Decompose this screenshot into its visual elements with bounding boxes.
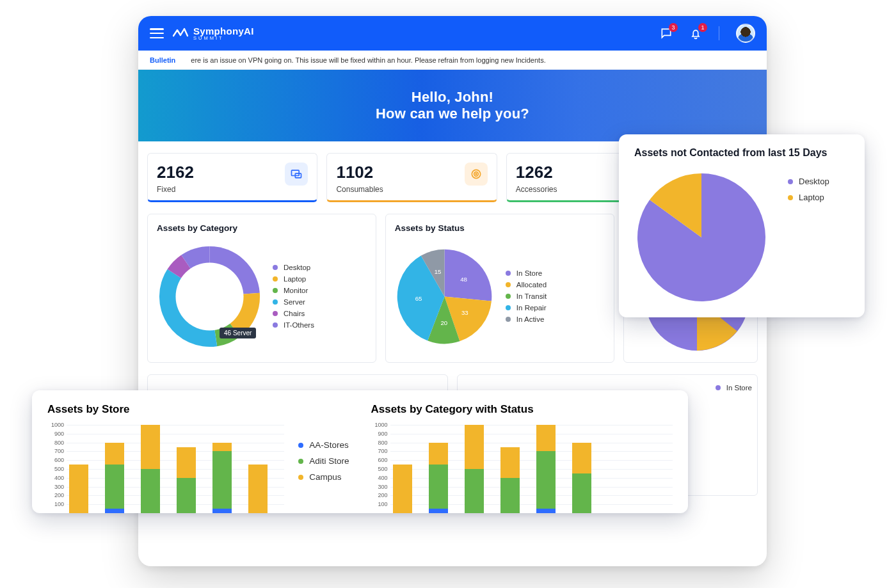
svg-point-4 [476, 173, 477, 175]
menu-icon[interactable] [150, 28, 164, 38]
kpi-label: Consumables [336, 185, 383, 194]
chart-tooltip: 46 Server [220, 328, 256, 338]
svg-point-5 [175, 262, 243, 330]
bar-chart-store[interactable]: 1002003004005006007008009001000 [47, 425, 284, 513]
header-divider [719, 26, 719, 40]
card-title: Assets not Contacted from last 15 Days [634, 147, 849, 159]
legend-item[interactable]: Laptop [273, 275, 314, 283]
svg-text:15: 15 [435, 267, 442, 274]
panel-title: Assets by Status [395, 223, 605, 233]
card-bar-charts: Assets by Store 100200300400500600700800… [32, 390, 688, 513]
svg-text:33: 33 [461, 309, 468, 316]
legend-item[interactable]: Aditi Store [298, 456, 349, 466]
bulletin-bar: Bulletin ere is an issue on VPN going on… [138, 51, 767, 70]
legend-label: Server [284, 298, 305, 306]
legend-item[interactable]: Allocated [506, 281, 547, 289]
brand[interactable]: SymphonyAI SUMMIT [173, 26, 254, 41]
legend-item[interactable]: In Store [506, 269, 547, 277]
panel-assets-by-category: Assets by Category DesktopLaptopMonitorS… [147, 214, 376, 363]
legend-label: Allocated [516, 281, 547, 289]
legend-label: Laptop [799, 193, 824, 202]
card-assets-not-contacted: Assets not Contacted from last 15 Days D… [619, 134, 865, 317]
brand-logo-icon [173, 26, 188, 41]
legend-label: In Store [726, 384, 752, 392]
legend-label: Desktop [284, 264, 310, 271]
kpi-label: Accessories [516, 185, 557, 194]
legend-item[interactable]: Monitor [273, 287, 314, 294]
legend-label: Campus [309, 472, 341, 482]
bell-badge: 1 [698, 23, 707, 32]
brand-sub: SUMMIT [193, 35, 254, 41]
kpi-value: 1102 [336, 163, 383, 182]
hero-line2: How can we help you? [376, 106, 529, 122]
pie-status[interactable]: 4833206515 [395, 247, 494, 346]
legend-item[interactable]: In Repair [506, 304, 547, 312]
kpi-consumables[interactable]: 1102 Consumables [326, 153, 497, 202]
chart-title: Assets by Category with Status [371, 403, 673, 416]
legend-store: AA-StoresAditi StoreCampus [298, 434, 349, 513]
avatar[interactable] [736, 24, 755, 43]
bell-icon[interactable]: 1 [689, 27, 702, 40]
bulletin-text: ere is an issue on VPN going on. This is… [191, 56, 545, 64]
legend-item[interactable]: In Active [506, 315, 547, 323]
svg-text:48: 48 [460, 275, 467, 282]
legend-label: Monitor [284, 287, 308, 294]
kpi-value: 1262 [516, 163, 557, 182]
pie-not-contacted[interactable] [634, 170, 769, 305]
legend-label: In Store [516, 269, 542, 277]
panel-assets-by-status: Assets by Status 4833206515 In StoreAllo… [385, 214, 614, 363]
legend-item[interactable]: Desktop [273, 264, 314, 271]
legend-item[interactable]: Campus [298, 472, 349, 482]
legend-label: In Repair [516, 304, 547, 312]
legend-label: Desktop [799, 177, 829, 186]
svg-text:20: 20 [440, 319, 447, 326]
legend-item[interactable]: AA-Stores [298, 440, 349, 450]
legend-item[interactable]: Desktop [788, 177, 829, 186]
legend-label: AA-Stores [309, 440, 349, 450]
app-header: SymphonyAI SUMMIT 3 1 [138, 16, 767, 51]
legend-instore: In Store [716, 380, 752, 395]
kpi-icon [285, 163, 308, 186]
legend-label: Chairs [284, 310, 305, 317]
legend-item[interactable]: Server [273, 298, 314, 306]
kpi-icon [465, 163, 488, 186]
kpi-label: Fixed [157, 185, 194, 194]
chart-title: Assets by Store [47, 403, 349, 416]
legend-item[interactable]: In Transit [506, 292, 547, 300]
chat-icon[interactable]: 3 [660, 27, 673, 40]
legend-item[interactable]: Chairs [273, 310, 314, 317]
hero-banner: Hello, John! How can we help you? [138, 70, 767, 141]
legend-label: In Active [516, 315, 544, 323]
legend-not-contacted: DesktopLaptop [788, 170, 829, 209]
bulletin-tag[interactable]: Bulletin [150, 56, 175, 64]
legend-item[interactable]: IT-Others [273, 321, 314, 329]
legend-item[interactable]: Laptop [788, 193, 829, 202]
bar-chart-catstatus[interactable]: 1002003004005006007008009001000 [371, 425, 673, 513]
hero-line1: Hello, John! [412, 89, 493, 105]
chat-badge: 3 [669, 23, 678, 32]
legend-status: In StoreAllocatedIn TransitIn RepairIn A… [506, 266, 547, 327]
panel-title: Assets by Category [157, 223, 367, 233]
legend-category: DesktopLaptopMonitorServerChairsIT-Other… [273, 260, 314, 333]
legend-label: Laptop [284, 275, 306, 283]
kpi-fixed[interactable]: 2162 Fixed [147, 153, 317, 202]
legend-label: Aditi Store [309, 456, 349, 466]
svg-text:65: 65 [415, 295, 422, 302]
kpi-value: 2162 [157, 163, 194, 182]
legend-label: In Transit [516, 292, 547, 300]
legend-label: IT-Others [284, 321, 314, 329]
